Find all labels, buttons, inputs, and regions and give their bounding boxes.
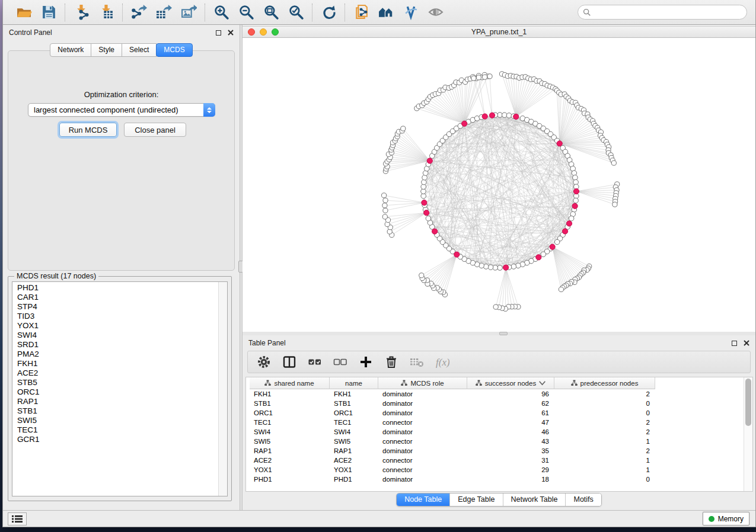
mcds-node[interactable]: STB5	[12, 378, 218, 387]
memory-button[interactable]: Memory	[703, 512, 749, 525]
zoom-fit-button[interactable]	[262, 4, 280, 21]
memory-status-icon	[709, 516, 714, 522]
open-session-button[interactable]	[15, 4, 33, 21]
import-table-button[interactable]	[97, 4, 115, 21]
column-header-successor-nodes[interactable]: successor nodes	[467, 377, 554, 389]
zoom-in-button[interactable]	[212, 4, 230, 21]
mcds-node[interactable]: RAP1	[12, 397, 218, 406]
add-button[interactable]	[358, 354, 374, 370]
export-network-button[interactable]	[130, 4, 148, 21]
export-table-button[interactable]	[155, 4, 173, 21]
task-history-button[interactable]	[8, 512, 27, 525]
network-graph	[243, 38, 756, 332]
table-row[interactable]: SWI4SWI4dominator462	[246, 427, 744, 437]
mcds-node[interactable]: ACE2	[12, 368, 218, 378]
export-table-icon	[156, 4, 172, 20]
zoom-selected-button[interactable]	[287, 4, 305, 21]
zoom-selected-icon	[288, 4, 304, 20]
tab-network-table[interactable]: Network Table	[503, 493, 566, 506]
tab-edge-table[interactable]: Edge Table	[449, 493, 502, 506]
tab-network[interactable]: Network	[50, 43, 91, 57]
refresh-layout-button[interactable]	[320, 4, 337, 21]
table-rows: FKH1FKH1dominator962STB1STB1dominator620…	[246, 389, 744, 491]
mcds-node[interactable]: CAR1	[12, 293, 218, 302]
table-row[interactable]: YOX1YOX1connector291	[246, 465, 744, 475]
import-network-icon	[74, 4, 90, 20]
scrollbar-thumb[interactable]	[745, 379, 751, 426]
tab-node-table[interactable]: Node Table	[397, 493, 449, 506]
tab-select[interactable]: Select	[122, 43, 157, 57]
mcds-node[interactable]: PHD1	[12, 283, 218, 293]
save-session-button[interactable]	[40, 4, 58, 21]
table-row[interactable]: ACE2ACE2connector311	[246, 456, 744, 465]
cell-predecessor-nodes: 1	[554, 437, 655, 446]
trash-button[interactable]	[384, 354, 399, 370]
tab-motifs[interactable]: Motifs	[565, 493, 601, 506]
mcds-node[interactable]: YOX1	[12, 321, 218, 331]
column-header-predecessor-nodes[interactable]: predecessor nodes	[554, 377, 655, 389]
mcds-node[interactable]: SWI4	[12, 331, 218, 340]
table-row[interactable]: ORC1ORC1dominator610	[246, 408, 744, 418]
cell-MCDS-role: connector	[378, 418, 467, 427]
table-row[interactable]: TEC1TEC1connector472	[246, 418, 744, 427]
search-box[interactable]	[578, 5, 747, 20]
table-row[interactable]: PHD1PHD1dominator180	[246, 475, 744, 484]
unselect-all-button[interactable]	[333, 354, 348, 370]
close-panel-button[interactable]: Close panel	[124, 123, 186, 137]
optimization-criterion-select[interactable]: largest connected component (undirected)	[28, 103, 215, 117]
tab-style[interactable]: Style	[91, 43, 122, 57]
main-toolbar	[3, 0, 755, 25]
export-image-icon	[181, 4, 197, 20]
mcds-node[interactable]: SWI5	[12, 416, 218, 425]
search-input[interactable]	[594, 7, 747, 18]
main-content: Control Panel NetworkStyleSelectMCDS Opt…	[3, 25, 755, 510]
table-row[interactable]: SWI5SWI5connector431	[246, 437, 744, 446]
column-type-icon	[401, 380, 407, 386]
mcds-node[interactable]: ORC1	[12, 387, 218, 397]
network-canvas[interactable]	[243, 38, 755, 332]
close-panel-icon[interactable]	[228, 30, 234, 36]
trash-icon	[384, 355, 398, 369]
status-bar: Memory	[3, 510, 755, 527]
run-mcds-button[interactable]: Run MCDS	[59, 123, 117, 137]
mcds-node[interactable]: FKH1	[12, 359, 218, 368]
mcds-node[interactable]: PMA2	[12, 350, 218, 359]
mcds-node[interactable]: GCR1	[12, 435, 218, 444]
columns-button[interactable]	[282, 354, 297, 370]
table-scrollbar[interactable]	[744, 377, 752, 491]
gear-button[interactable]	[256, 354, 272, 370]
zoom-out-button[interactable]	[237, 4, 255, 21]
mcds-node[interactable]: STP4	[12, 302, 218, 312]
graphics-details-button[interactable]	[427, 4, 445, 21]
tab-mcds[interactable]: MCDS	[156, 43, 192, 57]
sort-descending-icon	[539, 380, 546, 386]
clone-network-button[interactable]	[352, 4, 370, 21]
close-panel-icon[interactable]	[744, 340, 749, 346]
table-row[interactable]: STB1STB1dominator620	[246, 399, 744, 408]
vizmapper-button[interactable]	[402, 4, 420, 21]
float-panel-icon[interactable]	[732, 341, 737, 346]
column-header-MCDS-role[interactable]: MCDS role	[378, 377, 467, 389]
mcds-node[interactable]: STB1	[12, 406, 218, 416]
cell-MCDS-role: connector	[378, 437, 467, 446]
table-row[interactable]: FKH1FKH1dominator962	[246, 389, 744, 399]
column-header-shared-name[interactable]: shared name	[250, 377, 330, 389]
cell-name: ORC1	[330, 408, 378, 418]
cell-name: TEC1	[330, 418, 378, 427]
mcds-list-scrollbar[interactable]	[218, 282, 227, 496]
table-header: shared namenameMCDS rolesuccessor nodesp…	[246, 377, 744, 389]
select-all-button[interactable]	[307, 354, 323, 370]
network-houses-button[interactable]	[377, 4, 395, 21]
float-panel-icon[interactable]	[216, 30, 221, 36]
mcds-node[interactable]: TID3	[12, 312, 218, 321]
table-toolbar: f(x)	[247, 351, 751, 373]
cell-successor-nodes: 47	[467, 418, 554, 427]
refresh-layout-icon	[321, 4, 337, 20]
table-row[interactable]: RAP1RAP1dominator352	[246, 446, 744, 456]
column-header-name[interactable]: name	[330, 377, 378, 389]
export-image-button[interactable]	[180, 4, 197, 21]
mcds-node[interactable]: SRD1	[12, 340, 218, 350]
mcds-node[interactable]: TEC1	[12, 425, 218, 435]
graphics-details-icon	[428, 4, 444, 20]
import-network-button[interactable]	[72, 4, 90, 21]
